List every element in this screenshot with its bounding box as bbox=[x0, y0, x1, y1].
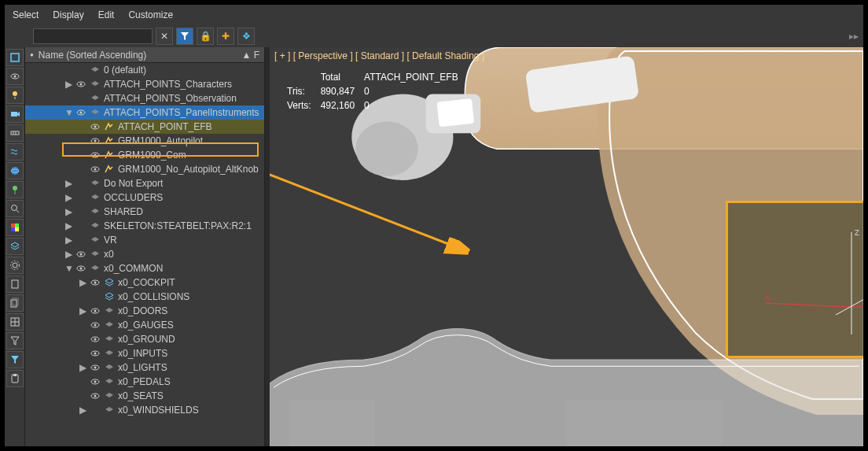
search-tool[interactable] bbox=[6, 200, 24, 217]
expand-arrow[interactable]: ▶ bbox=[64, 220, 72, 231]
expand-arrow[interactable]: ▶ bbox=[64, 206, 72, 217]
visibility-icon[interactable] bbox=[90, 150, 101, 161]
waves-tool[interactable] bbox=[6, 143, 24, 161]
expand-arrow[interactable]: ▼ bbox=[64, 263, 72, 274]
color-tool[interactable] bbox=[6, 219, 24, 236]
sphere-tool[interactable] bbox=[6, 162, 24, 179]
tree-row[interactable]: ▼ATTACH_POINTS_PanelInstruments bbox=[25, 105, 264, 120]
funnel-tool[interactable] bbox=[6, 332, 24, 349]
tree-row[interactable]: x0_SEATS bbox=[25, 389, 264, 403]
gear-tool[interactable] bbox=[6, 257, 24, 274]
visibility-icon[interactable] bbox=[75, 79, 86, 90]
grid-tool[interactable] bbox=[6, 313, 24, 331]
tree-label: x0_WINDSHIELDS bbox=[118, 405, 199, 416]
tree-row[interactable]: ▶x0_COCKPIT bbox=[25, 275, 264, 290]
tree-row[interactable]: ▼x0_COMMON bbox=[25, 261, 264, 275]
svg-rect-16 bbox=[15, 224, 19, 227]
page-tool[interactable] bbox=[6, 275, 24, 293]
tree-row[interactable]: ▶x0_DOORS bbox=[25, 304, 264, 318]
tree-row[interactable]: ▶x0_WINDSHIELDS bbox=[25, 403, 264, 417]
tree-row[interactable]: ▶x0_LIGHTS bbox=[25, 360, 264, 375]
tree-row[interactable]: ▶Do Not Export bbox=[25, 176, 264, 190]
menu-display[interactable]: Display bbox=[53, 9, 83, 20]
svg-point-36 bbox=[94, 140, 97, 142]
expand-arrow[interactable]: ▶ bbox=[64, 249, 72, 260]
settings-icon[interactable]: ▸▸ bbox=[849, 31, 859, 42]
pin-tool[interactable] bbox=[6, 181, 24, 198]
visibility-icon[interactable] bbox=[75, 249, 86, 260]
tree-row[interactable]: ▶x0 bbox=[25, 247, 264, 261]
expand-arrow[interactable]: ▶ bbox=[79, 305, 86, 316]
visibility-icon[interactable] bbox=[90, 334, 101, 345]
tree-row[interactable]: ▶SHARED bbox=[25, 205, 264, 219]
tree-row[interactable]: ▶VR bbox=[25, 233, 264, 247]
visibility-icon[interactable] bbox=[90, 164, 101, 175]
visibility-icon[interactable] bbox=[90, 362, 101, 373]
tree-row[interactable]: ATTACH_POINTS_Observation bbox=[25, 91, 264, 105]
visibility-icon[interactable] bbox=[90, 135, 101, 146]
svg-line-68 bbox=[270, 172, 465, 250]
visibility-icon[interactable] bbox=[90, 121, 101, 132]
scene-explorer: ● Name (Sorted Ascending) ▲ F 0 (default… bbox=[25, 47, 265, 446]
lock-button[interactable]: 🔒 bbox=[197, 28, 214, 45]
clear-search-button[interactable]: ✕ bbox=[156, 28, 173, 45]
visibility-icon[interactable] bbox=[90, 348, 101, 359]
panel-col-f[interactable]: ▲ F bbox=[241, 50, 259, 61]
expand-arrow[interactable]: ▶ bbox=[79, 277, 86, 288]
cam-tool[interactable] bbox=[6, 105, 24, 123]
visibility-icon[interactable] bbox=[90, 277, 101, 288]
ruler-tool[interactable] bbox=[6, 124, 24, 142]
filter-tool[interactable] bbox=[6, 351, 24, 368]
tree-label: SHARED bbox=[104, 206, 143, 217]
expand-arrow[interactable]: ▶ bbox=[79, 405, 86, 416]
svg-point-3 bbox=[13, 91, 17, 96]
visibility-icon[interactable] bbox=[90, 320, 101, 331]
tree-label: x0 bbox=[104, 249, 114, 260]
tree-row[interactable]: x0_INPUTS bbox=[25, 346, 264, 360]
tree-row[interactable]: x0_GAUGES bbox=[25, 318, 264, 332]
visibility-icon[interactable] bbox=[90, 376, 101, 387]
tree-row[interactable]: 0 (default) bbox=[25, 63, 264, 77]
filter-button[interactable] bbox=[176, 28, 193, 45]
helper-icon bbox=[104, 135, 115, 146]
visibility-icon[interactable] bbox=[90, 305, 101, 316]
expand-arrow[interactable]: ▶ bbox=[64, 79, 72, 90]
pages-tool[interactable] bbox=[6, 294, 24, 312]
tree-row[interactable]: GRM1000_Autopilot bbox=[25, 134, 264, 148]
expand-arrow[interactable]: ▼ bbox=[64, 107, 72, 118]
expand-arrow[interactable]: ▶ bbox=[64, 178, 72, 189]
panel-header[interactable]: ● Name (Sorted Ascending) ▲ F bbox=[25, 47, 264, 63]
tree-label: ATTACH_POINTS_Observation bbox=[104, 93, 237, 104]
add-button[interactable]: ✚ bbox=[217, 28, 234, 45]
menu-edit[interactable]: Edit bbox=[98, 9, 115, 20]
viewport[interactable]: [ + ] [ Perspective ] [ Standard ] [ Def… bbox=[270, 47, 863, 446]
visibility-icon[interactable] bbox=[75, 107, 86, 118]
tree-row[interactable]: ATTACH_POINT_EFB bbox=[25, 120, 264, 134]
bullet-icon: ● bbox=[30, 51, 34, 58]
menu-customize[interactable]: Customize bbox=[128, 9, 173, 20]
layers-button[interactable]: ❖ bbox=[237, 28, 255, 45]
tree-row[interactable]: x0_GROUND bbox=[25, 332, 264, 346]
svg-point-56 bbox=[94, 367, 97, 369]
menu-select[interactable]: Select bbox=[13, 9, 39, 20]
expand-arrow[interactable]: ▶ bbox=[64, 235, 72, 246]
visibility-icon[interactable] bbox=[90, 390, 101, 401]
tree-row[interactable]: ▶SKELETON:STEATBELT:PAX:R2:1 bbox=[25, 219, 264, 233]
tree-row[interactable]: GRM1000_No_Autopilot_AltKnob bbox=[25, 162, 264, 176]
tree-row[interactable]: x0_COLLISIONS bbox=[25, 290, 264, 304]
visibility-icon[interactable] bbox=[75, 263, 86, 274]
light-tool[interactable] bbox=[6, 87, 24, 104]
tree-row[interactable]: ▶ATTACH_POINTS_Characters bbox=[25, 77, 264, 91]
eye-tool[interactable] bbox=[6, 68, 24, 85]
tree-row[interactable]: x0_PEDALS bbox=[25, 375, 264, 389]
expand-arrow[interactable]: ▶ bbox=[64, 192, 72, 203]
clip-tool[interactable] bbox=[6, 370, 24, 387]
svg-point-46 bbox=[94, 282, 97, 284]
tree-row[interactable]: GRM1000_Com bbox=[25, 148, 264, 162]
layers-tool[interactable] bbox=[6, 238, 24, 255]
search-input[interactable] bbox=[33, 28, 153, 44]
tree[interactable]: 0 (default)▶ATTACH_POINTS_CharactersATTA… bbox=[25, 63, 264, 446]
expand-arrow[interactable]: ▶ bbox=[79, 362, 86, 373]
box-tool[interactable] bbox=[6, 49, 24, 66]
tree-row[interactable]: ▶OCCLUDERS bbox=[25, 190, 264, 205]
